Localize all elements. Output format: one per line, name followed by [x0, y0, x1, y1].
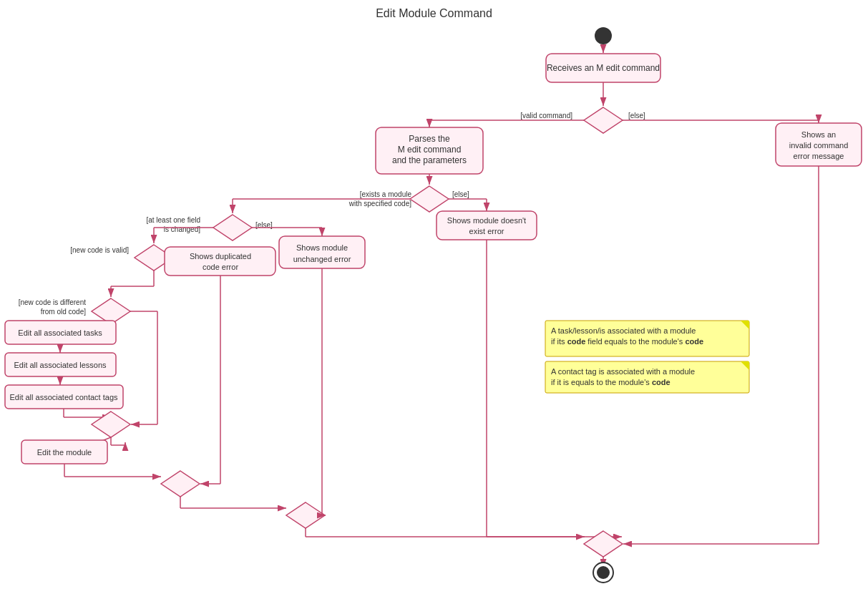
doesnt-exist-label1: Shows module doesn't	[447, 216, 526, 225]
dup-code-label1: Shows duplicated	[190, 252, 251, 261]
dup-code-box	[165, 247, 275, 276]
note1-line1: A task/lesson/is associated with a modul…	[551, 326, 696, 335]
doesnt-exist-label2: exist error	[469, 227, 504, 235]
exists-label1: [exists a module	[360, 190, 412, 198]
note2-line2: if it is equals to the module's code	[551, 378, 670, 386]
else-valid-label: [else]	[628, 112, 645, 120]
edit-tags-label: Edit all associated contact tags	[9, 393, 118, 401]
note2-line1: A contact tag is associated with a modul…	[551, 367, 695, 376]
diff-label2: from old code]	[41, 308, 87, 316]
parses-label2: M edit command	[398, 145, 462, 155]
unchanged-label1: Shows module	[296, 243, 348, 252]
merge4-diamond	[584, 531, 623, 557]
atleast-label1: [at least one field	[146, 216, 200, 224]
invalid-cmd-label1: Shows an	[801, 130, 836, 139]
merge2-diamond	[161, 471, 200, 497]
start-node	[595, 27, 612, 44]
invalid-cmd-label3: error message	[794, 152, 844, 160]
diagram-container: Edit Module Command Receives an M edit c…	[0, 0, 868, 589]
receives-label: Receives an M edit command	[547, 63, 660, 73]
exists-label2: with specified code]	[348, 200, 411, 208]
atleast-label2: is changed]	[164, 225, 200, 233]
newcode-label1: [new code is valid]	[70, 246, 129, 254]
dup-code-label2: code error	[203, 263, 238, 271]
note2-box	[545, 361, 749, 393]
parses-label1: Parses the	[409, 134, 450, 144]
atleast-diamond	[213, 215, 252, 240]
edit-lessons-label: Edit all associated lessons	[14, 361, 107, 369]
invalid-cmd-label2: invalid command	[789, 141, 849, 150]
unchanged-label2: unchanged error	[293, 255, 351, 263]
note1-line2: if its code field equals to the module's…	[551, 337, 703, 346]
end-inner	[597, 566, 610, 579]
unchanged-box	[279, 236, 365, 268]
diagram-svg: Receives an M edit command [valid comman…	[0, 0, 868, 589]
edit-tasks-label: Edit all associated tasks	[18, 328, 102, 337]
merge3-diamond	[286, 502, 325, 528]
doesnt-exist-box	[437, 211, 537, 240]
valid-command-label: [valid command]	[520, 112, 572, 120]
edit-module-label: Edit the module	[37, 448, 92, 457]
valid-diamond	[584, 107, 623, 133]
merge1-diamond	[92, 412, 130, 437]
exists-diamond	[410, 186, 449, 212]
else-exists-label: [else]	[452, 190, 469, 198]
parses-label3: and the parameters	[392, 155, 467, 165]
diff-label1: [new code is different	[19, 298, 87, 306]
